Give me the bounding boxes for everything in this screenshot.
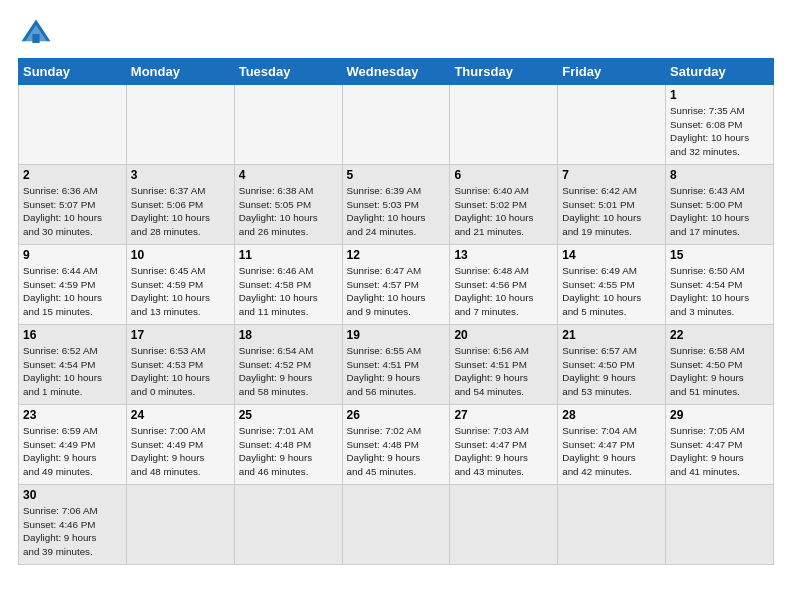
calendar-cell [126,85,234,165]
day-number: 4 [239,168,338,182]
calendar-header: SundayMondayTuesdayWednesdayThursdayFrid… [19,59,774,85]
calendar-cell [450,85,558,165]
calendar-cell: 4Sunrise: 6:38 AM Sunset: 5:05 PM Daylig… [234,165,342,245]
day-info: Sunrise: 7:00 AM Sunset: 4:49 PM Dayligh… [131,424,230,479]
day-number: 1 [670,88,769,102]
day-number: 28 [562,408,661,422]
calendar-cell: 15Sunrise: 6:50 AM Sunset: 4:54 PM Dayli… [666,245,774,325]
calendar-cell: 8Sunrise: 6:43 AM Sunset: 5:00 PM Daylig… [666,165,774,245]
calendar-cell [558,85,666,165]
weekday-header-tuesday: Tuesday [234,59,342,85]
calendar-cell [234,485,342,565]
day-number: 12 [347,248,446,262]
day-number: 25 [239,408,338,422]
day-info: Sunrise: 6:39 AM Sunset: 5:03 PM Dayligh… [347,184,446,239]
calendar-cell [450,485,558,565]
weekday-header-row: SundayMondayTuesdayWednesdayThursdayFrid… [19,59,774,85]
calendar-cell: 9Sunrise: 6:44 AM Sunset: 4:59 PM Daylig… [19,245,127,325]
calendar-cell: 3Sunrise: 6:37 AM Sunset: 5:06 PM Daylig… [126,165,234,245]
day-number: 30 [23,488,122,502]
day-number: 24 [131,408,230,422]
svg-rect-2 [32,34,39,43]
logo-icon [18,16,54,52]
calendar-cell: 14Sunrise: 6:49 AM Sunset: 4:55 PM Dayli… [558,245,666,325]
calendar-cell: 28Sunrise: 7:04 AM Sunset: 4:47 PM Dayli… [558,405,666,485]
calendar-cell: 30Sunrise: 7:06 AM Sunset: 4:46 PM Dayli… [19,485,127,565]
day-info: Sunrise: 6:40 AM Sunset: 5:02 PM Dayligh… [454,184,553,239]
day-number: 3 [131,168,230,182]
day-info: Sunrise: 6:59 AM Sunset: 4:49 PM Dayligh… [23,424,122,479]
day-number: 23 [23,408,122,422]
day-info: Sunrise: 6:42 AM Sunset: 5:01 PM Dayligh… [562,184,661,239]
day-info: Sunrise: 6:58 AM Sunset: 4:50 PM Dayligh… [670,344,769,399]
calendar-cell: 5Sunrise: 6:39 AM Sunset: 5:03 PM Daylig… [342,165,450,245]
day-info: Sunrise: 6:50 AM Sunset: 4:54 PM Dayligh… [670,264,769,319]
day-number: 6 [454,168,553,182]
day-number: 2 [23,168,122,182]
day-info: Sunrise: 7:06 AM Sunset: 4:46 PM Dayligh… [23,504,122,559]
day-number: 14 [562,248,661,262]
day-info: Sunrise: 6:55 AM Sunset: 4:51 PM Dayligh… [347,344,446,399]
calendar-cell: 10Sunrise: 6:45 AM Sunset: 4:59 PM Dayli… [126,245,234,325]
day-info: Sunrise: 6:43 AM Sunset: 5:00 PM Dayligh… [670,184,769,239]
calendar-cell: 18Sunrise: 6:54 AM Sunset: 4:52 PM Dayli… [234,325,342,405]
day-number: 20 [454,328,553,342]
calendar-body: 1Sunrise: 7:35 AM Sunset: 6:08 PM Daylig… [19,85,774,565]
day-info: Sunrise: 7:05 AM Sunset: 4:47 PM Dayligh… [670,424,769,479]
day-info: Sunrise: 6:38 AM Sunset: 5:05 PM Dayligh… [239,184,338,239]
day-info: Sunrise: 6:57 AM Sunset: 4:50 PM Dayligh… [562,344,661,399]
calendar-cell: 16Sunrise: 6:52 AM Sunset: 4:54 PM Dayli… [19,325,127,405]
weekday-header-saturday: Saturday [666,59,774,85]
calendar-week-row: 1Sunrise: 7:35 AM Sunset: 6:08 PM Daylig… [19,85,774,165]
header [18,16,774,52]
day-number: 9 [23,248,122,262]
calendar-cell [234,85,342,165]
weekday-header-friday: Friday [558,59,666,85]
day-info: Sunrise: 6:37 AM Sunset: 5:06 PM Dayligh… [131,184,230,239]
calendar-cell: 23Sunrise: 6:59 AM Sunset: 4:49 PM Dayli… [19,405,127,485]
day-info: Sunrise: 6:56 AM Sunset: 4:51 PM Dayligh… [454,344,553,399]
calendar: SundayMondayTuesdayWednesdayThursdayFrid… [18,58,774,565]
calendar-cell: 24Sunrise: 7:00 AM Sunset: 4:49 PM Dayli… [126,405,234,485]
calendar-cell: 1Sunrise: 7:35 AM Sunset: 6:08 PM Daylig… [666,85,774,165]
calendar-cell [666,485,774,565]
day-number: 11 [239,248,338,262]
day-number: 10 [131,248,230,262]
calendar-cell: 26Sunrise: 7:02 AM Sunset: 4:48 PM Dayli… [342,405,450,485]
day-info: Sunrise: 6:53 AM Sunset: 4:53 PM Dayligh… [131,344,230,399]
day-number: 7 [562,168,661,182]
calendar-week-row: 2Sunrise: 6:36 AM Sunset: 5:07 PM Daylig… [19,165,774,245]
day-info: Sunrise: 6:52 AM Sunset: 4:54 PM Dayligh… [23,344,122,399]
calendar-cell: 11Sunrise: 6:46 AM Sunset: 4:58 PM Dayli… [234,245,342,325]
day-number: 26 [347,408,446,422]
calendar-cell [126,485,234,565]
calendar-cell: 21Sunrise: 6:57 AM Sunset: 4:50 PM Dayli… [558,325,666,405]
day-info: Sunrise: 6:54 AM Sunset: 4:52 PM Dayligh… [239,344,338,399]
calendar-cell [342,85,450,165]
day-number: 8 [670,168,769,182]
day-info: Sunrise: 6:45 AM Sunset: 4:59 PM Dayligh… [131,264,230,319]
calendar-cell: 6Sunrise: 6:40 AM Sunset: 5:02 PM Daylig… [450,165,558,245]
calendar-cell: 19Sunrise: 6:55 AM Sunset: 4:51 PM Dayli… [342,325,450,405]
day-info: Sunrise: 6:48 AM Sunset: 4:56 PM Dayligh… [454,264,553,319]
day-info: Sunrise: 7:35 AM Sunset: 6:08 PM Dayligh… [670,104,769,159]
day-number: 29 [670,408,769,422]
weekday-header-thursday: Thursday [450,59,558,85]
calendar-cell [342,485,450,565]
page: SundayMondayTuesdayWednesdayThursdayFrid… [0,0,792,575]
day-number: 27 [454,408,553,422]
calendar-cell [19,85,127,165]
day-number: 19 [347,328,446,342]
calendar-cell: 2Sunrise: 6:36 AM Sunset: 5:07 PM Daylig… [19,165,127,245]
day-number: 5 [347,168,446,182]
logo [18,16,58,52]
day-number: 21 [562,328,661,342]
calendar-cell: 29Sunrise: 7:05 AM Sunset: 4:47 PM Dayli… [666,405,774,485]
calendar-cell: 17Sunrise: 6:53 AM Sunset: 4:53 PM Dayli… [126,325,234,405]
day-info: Sunrise: 7:01 AM Sunset: 4:48 PM Dayligh… [239,424,338,479]
day-info: Sunrise: 6:49 AM Sunset: 4:55 PM Dayligh… [562,264,661,319]
weekday-header-sunday: Sunday [19,59,127,85]
calendar-week-row: 16Sunrise: 6:52 AM Sunset: 4:54 PM Dayli… [19,325,774,405]
calendar-cell: 20Sunrise: 6:56 AM Sunset: 4:51 PM Dayli… [450,325,558,405]
day-number: 18 [239,328,338,342]
